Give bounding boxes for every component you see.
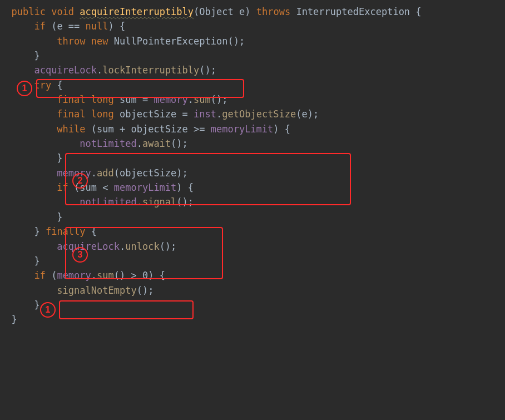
lbrace: { <box>415 6 421 17</box>
end: (); <box>199 65 216 76</box>
field-memory: memory <box>154 94 187 105</box>
dot: . <box>216 108 222 120</box>
method-name: acquireInterruptibly <box>80 6 194 17</box>
open: ( <box>46 270 57 281</box>
end: (objectSize); <box>114 167 188 179</box>
kw-while: while <box>57 123 85 135</box>
end: (); <box>137 285 154 296</box>
kw-if: if <box>34 270 45 281</box>
field-notlimited: notLimited <box>80 196 136 207</box>
end: (); <box>176 196 194 207</box>
open: (sum + objectSize >= <box>86 123 211 135</box>
var: sum = <box>114 94 154 105</box>
close: ) { <box>176 182 194 193</box>
dot: . <box>120 241 125 252</box>
call-await: await <box>142 138 171 149</box>
end: (); <box>211 94 228 105</box>
cond: (e == <box>51 21 85 32</box>
kw-finally: finally <box>46 226 86 237</box>
dot: . <box>97 65 102 76</box>
dot: . <box>91 167 97 179</box>
end: (e); <box>296 108 319 120</box>
open: (sum < <box>68 182 114 193</box>
mid: () > <box>114 270 142 281</box>
dot: . <box>137 138 142 149</box>
kw-new: new <box>91 36 108 47</box>
field-notlimited: notLimited <box>80 138 136 149</box>
param-name: e <box>239 6 245 17</box>
dot: . <box>188 94 194 105</box>
field-memorylimit: memoryLimit <box>114 182 177 193</box>
field-memory: memory <box>57 167 91 179</box>
npe: NullPointerException(); <box>114 36 245 47</box>
call-sum: sum <box>97 270 114 281</box>
rbrace: } <box>34 50 39 61</box>
rbrace: } <box>34 255 39 266</box>
kw-void: void <box>51 6 74 17</box>
call-signalnotempty: signalNotEmpty <box>57 285 136 296</box>
call-sum: sum <box>194 94 211 105</box>
field-acquirelock: acquireLock <box>34 65 97 76</box>
kw-long: long <box>91 108 114 120</box>
lparen: ( <box>194 6 199 17</box>
param-type: Object <box>199 6 233 17</box>
rparen: ) <box>245 6 250 17</box>
end: (); <box>171 138 188 149</box>
var: objectSize = <box>114 108 194 120</box>
kw-throws: throws <box>256 6 290 17</box>
exc-type: InterruptedException <box>296 6 410 17</box>
kw-public: public <box>11 6 45 17</box>
kw-throw: throw <box>57 36 85 47</box>
lbrace: { <box>86 226 97 237</box>
end: (); <box>160 241 177 252</box>
cond-close: ) { <box>108 21 126 32</box>
rbrace: } <box>57 211 62 223</box>
close: ) { <box>148 270 165 281</box>
kw-null: null <box>86 21 108 32</box>
field-acquirelock: acquireLock <box>57 241 120 252</box>
rbrace: } <box>57 152 62 164</box>
call-getobjectsize: getObjectSize <box>222 108 296 120</box>
kw-final: final <box>57 108 85 120</box>
call-add: add <box>97 167 114 179</box>
field-memory: memory <box>57 270 91 281</box>
field-inst: inst <box>194 108 216 120</box>
kw-if: if <box>57 182 68 193</box>
rbrace: } <box>11 314 17 325</box>
call-lockinterruptibly: lockInterruptibly <box>102 65 199 76</box>
field-memorylimit: memoryLimit <box>211 123 274 135</box>
call-unlock: unlock <box>125 241 159 252</box>
kw-try: try <box>34 80 51 91</box>
kw-if: if <box>34 21 45 32</box>
lbrace: { <box>51 80 62 91</box>
kw-final: final <box>57 94 85 105</box>
code-editor[interactable]: public void acquireInterruptibly(Object … <box>0 0 505 327</box>
close: ) { <box>273 123 290 135</box>
close-try: } <box>34 226 45 237</box>
zero: 0 <box>142 270 148 281</box>
call-signal: signal <box>142 196 176 207</box>
dot: . <box>137 196 142 207</box>
kw-long: long <box>91 94 114 105</box>
rbrace: } <box>34 299 39 310</box>
dot: . <box>91 270 97 281</box>
